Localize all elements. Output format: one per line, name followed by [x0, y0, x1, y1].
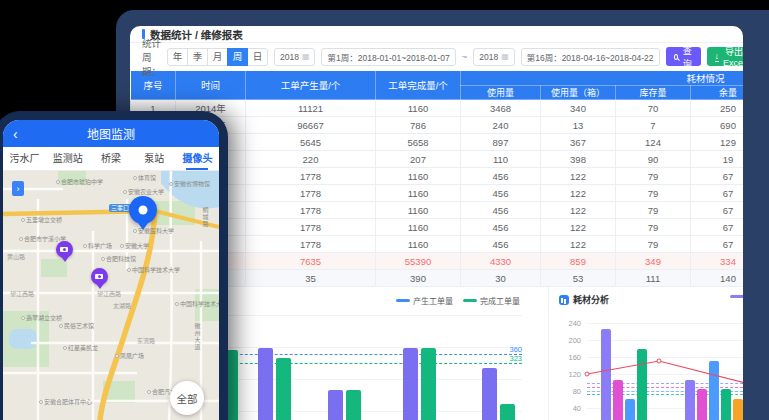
legend-item: 完成工单量	[463, 295, 520, 306]
table-cell: 897	[461, 134, 541, 151]
table-cell: 1778	[246, 236, 376, 253]
map-label: 安徽省博物馆	[169, 179, 210, 188]
tab-污水厂[interactable]: 污水厂	[3, 147, 46, 170]
column-header: 时间	[176, 71, 246, 100]
table-cell: 456	[461, 236, 541, 253]
year-to-value: 2018	[479, 52, 498, 62]
column-header: 工单完成量/个	[376, 71, 461, 100]
table-cell: 129	[691, 134, 744, 151]
map-category-tabs: 污水厂监测站桥梁泵站摄像头	[3, 147, 219, 171]
poi-dot	[127, 268, 131, 272]
tab-监测站[interactable]: 监测站	[46, 147, 89, 170]
stage: 数据统计 / 维修报表 统计周期： 年季月周日 2018 ▦ 第1周：2018-…	[0, 0, 769, 420]
map-label: 东流路	[137, 336, 155, 345]
table-cell: 7	[616, 117, 691, 134]
table-cell: 79	[616, 168, 691, 185]
table-cell: 124	[616, 134, 691, 151]
poi-dot	[169, 182, 173, 186]
table-cell: 3468	[461, 100, 541, 117]
period-option-周[interactable]: 周	[227, 48, 248, 66]
poi-dot	[21, 316, 25, 320]
table-cell: 859	[541, 253, 616, 270]
period-segmented-control: 年季月周日	[167, 48, 268, 66]
table-cell: 456	[461, 168, 541, 185]
year-to-select[interactable]: 2018 ▦	[473, 48, 514, 66]
gridline	[587, 323, 743, 324]
table-cell: 1778	[246, 168, 376, 185]
bar	[346, 390, 361, 420]
week-from-input[interactable]: 第1周：2018-01-01~2018-01-07	[321, 48, 455, 66]
range-separator: ~	[462, 51, 468, 62]
calendar-icon: ▦	[501, 52, 509, 61]
map-label: 黄山路	[7, 252, 25, 261]
bar	[421, 348, 436, 420]
export-button-label: 导出Excel	[723, 45, 743, 68]
y-axis-tick: 160	[559, 353, 581, 362]
map-label: 翡翠湖立交桥	[21, 313, 62, 322]
tab-泵站[interactable]: 泵站	[133, 147, 176, 170]
year-from-select[interactable]: 2018 ▦	[274, 48, 315, 66]
table-cell: 1778	[246, 202, 376, 219]
app-header: ‹ 地图监测	[3, 120, 219, 147]
table-cell: 122	[541, 236, 616, 253]
download-icon: ↓	[715, 52, 720, 62]
table-cell: 5645	[246, 134, 376, 151]
camera-marker[interactable]	[91, 268, 108, 285]
map-label: 科学广场	[83, 241, 112, 250]
period-option-季[interactable]: 季	[187, 48, 208, 66]
week-to-input[interactable]: 第16周：2018-04-16~2018-04-22	[521, 48, 660, 66]
period-option-日[interactable]: 日	[247, 48, 268, 66]
bar	[258, 348, 273, 420]
table-cell: 13	[541, 117, 616, 134]
phone-mockup: ‹ 地图监测 污水厂监测站桥梁泵站摄像头	[0, 111, 228, 420]
table-cell: 53	[541, 270, 616, 287]
table-cell: 70	[616, 100, 691, 117]
map-label: 中国科学技术大学	[175, 299, 219, 308]
table-cell: 55390	[376, 253, 461, 270]
tab-桥梁[interactable]: 桥梁	[89, 147, 132, 170]
column-header: 工单产生量/个	[246, 71, 376, 100]
breadcrumb: 数据统计 / 维修报表	[130, 26, 743, 43]
camera-icon	[60, 247, 68, 252]
map-label: 桐城路	[201, 207, 210, 228]
sub-column-header: 使用量（箱）	[541, 86, 616, 100]
query-button[interactable]: 查询	[666, 47, 701, 66]
table-cell: 220	[246, 151, 376, 168]
table-cell: 122	[541, 185, 616, 202]
back-icon[interactable]: ‹	[13, 127, 18, 141]
pin-center-dot	[139, 206, 148, 215]
table-cell: 79	[616, 236, 691, 253]
bar	[697, 389, 707, 420]
bar	[482, 368, 497, 420]
period-option-月[interactable]: 月	[207, 48, 228, 66]
expand-panel-button[interactable]: ›	[12, 181, 24, 196]
show-all-button[interactable]: 全部	[170, 381, 204, 415]
bar	[613, 380, 623, 420]
map-label: 中国科学技术大学	[127, 265, 180, 274]
poi-dot	[147, 390, 151, 394]
bar	[733, 399, 743, 420]
filter-toolbar: 统计周期： 年季月周日 2018 ▦ 第1周：2018-01-01~2018-0…	[130, 43, 743, 70]
poi-dot	[21, 218, 25, 222]
selected-location-pin[interactable]	[129, 196, 157, 224]
export-excel-button[interactable]: ↓ 导出Excel	[707, 47, 743, 66]
table-cell: 456	[461, 185, 541, 202]
poi-dot	[133, 176, 137, 180]
gridline	[180, 315, 522, 316]
tab-摄像头[interactable]: 摄像头	[176, 147, 219, 170]
map-canvas[interactable]: › 全部 合肥市琥珀中学体育馆安徽农业大学安徽省博物馆桐城路五里墩立交桥三孝口安…	[3, 171, 219, 420]
clipped-legend-line	[730, 295, 743, 298]
bar	[709, 361, 719, 420]
camera-marker[interactable]	[56, 241, 73, 258]
period-option-年[interactable]: 年	[167, 48, 188, 66]
map-label: 安徽合肥体育中心	[39, 397, 92, 406]
bar	[500, 404, 515, 420]
map-label: 安徽大学	[120, 241, 149, 250]
sub-column-header: 使用量	[461, 86, 541, 100]
table-cell: 67	[691, 202, 744, 219]
bar	[403, 348, 418, 420]
poi-dot	[120, 244, 124, 248]
camera-icon	[95, 274, 103, 279]
y-axis-tick: 80	[559, 387, 581, 396]
map-label: 红星美凯龙	[63, 343, 98, 352]
